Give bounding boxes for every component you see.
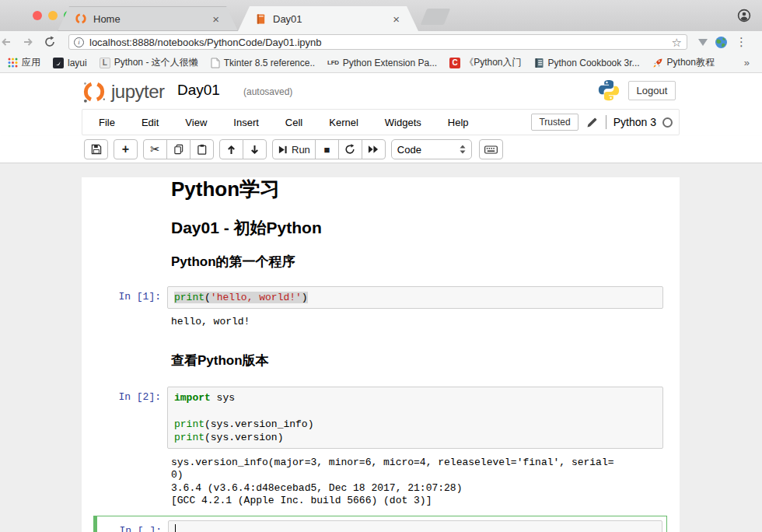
output-text: sys.version_info(major=3, minor=6, micro… (167, 457, 614, 508)
python-logo (597, 79, 620, 102)
bookmark-apps[interactable]: 应用 (8, 56, 40, 69)
markdown-heading-3: Python的第一个程序 (171, 254, 680, 271)
notebook-title[interactable]: Day01 (177, 82, 220, 99)
bookmark-tkinter[interactable]: Tkinter 8.5 reference.. (211, 58, 315, 68)
cell-type-value: Code (397, 144, 460, 156)
text-cursor (175, 524, 176, 532)
forward-icon[interactable] (22, 36, 44, 48)
page-icon (211, 58, 220, 68)
interrupt-kernel-button[interactable]: ■ (315, 139, 339, 159)
tab-title: Home (93, 13, 211, 25)
menu-insert[interactable]: Insert (225, 117, 267, 128)
paste-cell-button[interactable] (190, 139, 214, 159)
tab-title: Day01 (273, 13, 391, 25)
rocket-icon (652, 58, 663, 68)
back-icon[interactable] (0, 36, 22, 48)
add-cell-button[interactable]: + (114, 139, 138, 159)
bookmark-python-blog[interactable]: L Python - 这个人很懒 (100, 56, 198, 69)
address-bar[interactable]: i localhost:8888/notebooks/PythonCode/Da… (68, 34, 687, 50)
kernel-idle-indicator (662, 117, 673, 128)
code-input-empty[interactable] (168, 520, 662, 532)
menu-help[interactable]: Help (439, 117, 477, 128)
divider (606, 115, 606, 129)
code-cell-3-selected[interactable]: In [ ]: (93, 516, 667, 532)
browser-menu-icon[interactable]: ⋮ (736, 35, 747, 49)
tab-home[interactable]: Home × (58, 6, 238, 31)
extension-icon[interactable] (698, 39, 708, 46)
trusted-button[interactable]: Trusted (531, 114, 578, 131)
notebook-favicon (255, 13, 267, 25)
menu-view[interactable]: View (177, 117, 215, 128)
jupyter-logo[interactable]: jupyter (82, 79, 165, 103)
bookmark-python-tutorial[interactable]: Python教程 (652, 56, 715, 69)
copy-cell-button[interactable] (166, 139, 190, 159)
close-tab-icon[interactable]: × (391, 12, 401, 26)
globe-extension-icon[interactable] (715, 36, 728, 49)
move-cell-up-button[interactable] (219, 139, 243, 159)
jupyter-wordmark: jupyter (111, 80, 165, 103)
profile-icon[interactable] (737, 9, 751, 23)
code-input[interactable]: print('hello, world!') (167, 286, 663, 309)
close-window-button[interactable] (33, 11, 42, 20)
input-prompt: In [1]: (82, 286, 167, 309)
red-c-icon: C (449, 58, 460, 68)
notebook-scroll-area[interactable]: Python学习 Day01 - 初始Python Python的第一个程序 I… (0, 163, 762, 532)
output-prompt (82, 457, 167, 508)
reload-icon[interactable] (44, 36, 65, 48)
markdown-heading-2: Day01 - 初始Python (171, 218, 680, 238)
bookmark-layui[interactable]: layui (53, 58, 87, 68)
layui-icon (53, 58, 64, 68)
autosave-status: (autosaved) (243, 86, 292, 97)
jupyter-header: jupyter Day01 (autosaved) Logout (0, 73, 762, 109)
book-icon (534, 58, 544, 68)
bookmark-star-icon[interactable]: ☆ (672, 37, 682, 48)
restart-kernel-button[interactable] (338, 139, 362, 159)
kernel-name: Python 3 (613, 116, 656, 128)
code-cell-1[interactable]: In [1]: print('hello, world!') (82, 286, 680, 309)
cell-type-select[interactable]: Code (391, 139, 472, 159)
jupyter-favicon (75, 12, 87, 25)
apps-grid-icon (8, 58, 18, 68)
jupyter-menubar: File Edit View Insert Cell Kernel Widget… (0, 109, 762, 136)
browser-tab-bar: Home × Day01 × (0, 0, 762, 31)
bookmark-cookbook[interactable]: Python Cookbook 3r... (534, 58, 640, 68)
cut-cell-button[interactable]: ✂ (143, 139, 167, 159)
run-label: Run (292, 144, 310, 156)
menu-edit[interactable]: Edit (133, 117, 167, 128)
logout-button[interactable]: Logout (628, 81, 676, 100)
run-cell-button[interactable]: Run (272, 139, 316, 159)
edit-title-pencil-icon[interactable] (586, 117, 598, 128)
tab-day01[interactable]: Day01 × (238, 6, 418, 31)
url-text: localhost:8888/notebooks/PythonCode/Day0… (89, 37, 672, 48)
browser-toolbar: i localhost:8888/notebooks/PythonCode/Da… (0, 31, 762, 53)
input-prompt: In [ ]: (98, 520, 168, 532)
code-input[interactable]: import sys print(sys.version_info)print(… (167, 387, 663, 449)
output-text: hello, world! (167, 316, 250, 329)
markdown-heading-4: 查看Python版本 (171, 352, 680, 369)
input-prompt: In [2]: (82, 387, 167, 449)
restart-run-all-button[interactable] (362, 139, 386, 159)
minimize-window-button[interactable] (48, 11, 58, 20)
menu-kernel[interactable]: Kernel (320, 117, 367, 128)
menu-widgets[interactable]: Widgets (376, 117, 430, 128)
jupyter-toolbar: + ✂ (0, 136, 762, 163)
bookmark-python-intro[interactable]: C 《Python入门 (449, 56, 521, 69)
save-button[interactable] (84, 139, 108, 159)
command-palette-button[interactable] (479, 139, 503, 159)
output-area-2: sys.version_info(major=3, minor=6, micro… (82, 457, 680, 508)
new-tab-button[interactable] (421, 9, 450, 25)
move-cell-down-button[interactable] (243, 139, 267, 159)
select-arrows-icon (460, 145, 466, 154)
bookmark-lfd[interactable]: LFD Python Extension Pa... (327, 58, 437, 68)
output-prompt (82, 316, 167, 329)
info-icon[interactable]: i (74, 37, 84, 47)
output-area-1: hello, world! (82, 316, 680, 329)
bookmarks-bar: 应用 layui L Python - 这个人很懒 Tkinter 8.5 re… (0, 53, 762, 73)
menu-file[interactable]: File (90, 117, 124, 128)
close-tab-icon[interactable]: × (211, 12, 221, 26)
bookmarks-overflow-icon[interactable]: » (744, 57, 754, 68)
menu-cell[interactable]: Cell (277, 117, 311, 128)
markdown-heading-1: Python学习 (171, 177, 680, 201)
notebook-container: Python学习 Day01 - 初始Python Python的第一个程序 I… (82, 177, 680, 532)
code-cell-2[interactable]: In [2]: import sys print(sys.version_inf… (82, 387, 680, 449)
